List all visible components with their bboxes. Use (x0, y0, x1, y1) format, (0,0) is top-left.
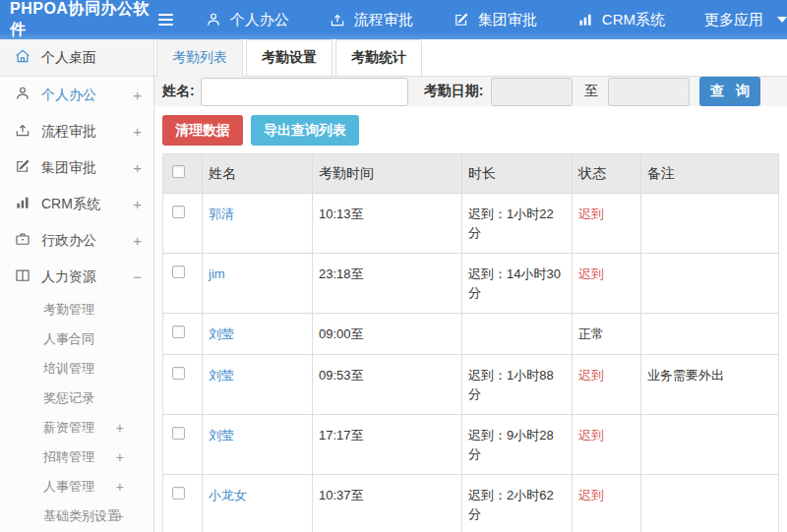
user-icon (205, 11, 222, 29)
bar-chart-icon (576, 11, 594, 29)
nav-item-group-approval[interactable]: 集团审批 (453, 11, 537, 30)
sidebar-item-personal-office[interactable]: 个人办公 + (0, 77, 153, 113)
duration-cell: 迟到：2小时62分 (462, 475, 573, 532)
employee-name-link[interactable]: 刘莹 (209, 368, 234, 383)
nav-item-more-apps[interactable]: 更多应用 (704, 11, 787, 30)
row-checkbox[interactable] (172, 266, 185, 278)
expand-plus-icon[interactable]: + (133, 232, 142, 249)
col-header-duration: 时长 (462, 154, 573, 194)
employee-name-link[interactable]: jim (209, 266, 225, 281)
sidebar-item-desktop[interactable]: 个人桌面 (0, 39, 153, 77)
sidebar-subitem-contracts[interactable]: 人事合同 (0, 325, 153, 354)
date-from-input[interactable] (491, 78, 573, 106)
subitem-label: 培训管理 (43, 361, 94, 376)
table-row: jim 23:18至 迟到：14小时30分 迟到 (163, 254, 779, 314)
attendance-time-cell: 10:13至 (313, 194, 462, 254)
attendance-time-cell: 10:37至 (313, 475, 462, 532)
caret-down-icon (777, 17, 787, 23)
status-cell: 迟到 (573, 475, 641, 532)
edit-icon (453, 11, 470, 29)
sidebar-item-admin-office[interactable]: 行政办公 + (0, 222, 153, 259)
filter-bar: 姓名: 考勤日期: 至 查 询 (154, 77, 787, 106)
nav-item-crm[interactable]: CRM系统 (576, 11, 665, 30)
attendance-time-cell: 09:00至 (313, 314, 462, 355)
app-logo: PHPOA协同办公软件 (0, 0, 158, 40)
employee-name-link[interactable]: 刘莹 (209, 428, 234, 443)
workflow-icon (329, 11, 346, 29)
sidebar-subitem-base-categories[interactable]: 基础类别设置+ (0, 502, 153, 531)
sidebar-item-group-approval[interactable]: 集团审批 + (0, 149, 153, 186)
row-checkbox[interactable] (172, 427, 185, 440)
top-header: PHPOA协同办公软件 个人办公 流程审批 集团审批 CRM系统 更多应用 (0, 0, 787, 39)
sidebar-subitem-salary[interactable]: 薪资管理+ (0, 413, 153, 443)
tab-bar: 考勤列表 考勤设置 考勤统计 (154, 39, 787, 77)
tab-attendance-list[interactable]: 考勤列表 (156, 39, 243, 77)
table-header-row: 姓名 考勤时间 时长 状态 备注 (163, 154, 779, 194)
col-header-time: 考勤时间 (313, 154, 462, 194)
status-cell: 迟到 (573, 415, 641, 475)
row-checkbox[interactable] (172, 367, 185, 380)
to-label: 至 (584, 83, 598, 100)
sidebar-subitem-recruiting[interactable]: 招聘管理+ (0, 443, 153, 472)
home-icon (14, 47, 31, 68)
sidebar-item-workflow-approval[interactable]: 流程审批 + (0, 113, 153, 149)
select-all-checkbox[interactable] (172, 165, 185, 178)
remark-cell (641, 194, 779, 254)
date-label: 考勤日期: (424, 83, 484, 100)
expand-plus-icon[interactable]: + (133, 123, 142, 140)
bar-chart-icon (14, 194, 31, 214)
expand-plus-icon[interactable]: + (116, 502, 124, 531)
sidebar: 个人桌面 个人办公 + 流程审批 + 集团审批 + CRM系统 + 行政办公 + (0, 39, 154, 532)
row-checkbox[interactable] (172, 325, 185, 338)
briefcase-icon (14, 230, 31, 251)
hamburger-menu-icon[interactable] (158, 14, 173, 26)
subitem-label: 招聘管理 (43, 449, 94, 464)
action-toolbar: 清理数据 导出查询列表 (154, 106, 787, 153)
expand-plus-icon[interactable]: + (116, 443, 124, 472)
expand-plus-icon[interactable]: + (116, 472, 124, 502)
attendance-table: 姓名 考勤时间 时长 状态 备注 郭清 10:13至 迟到：1小时22分 迟到 … (162, 153, 779, 532)
search-button[interactable]: 查 询 (699, 77, 760, 106)
expand-plus-icon[interactable]: + (116, 413, 124, 443)
export-list-button[interactable]: 导出查询列表 (251, 115, 359, 146)
tab-attendance-stats[interactable]: 考勤统计 (335, 39, 422, 77)
sidebar-subitem-training[interactable]: 培训管理 (0, 354, 153, 384)
sidebar-item-label: 个人桌面 (41, 49, 96, 67)
sidebar-item-hr[interactable]: 人力资源 − (0, 259, 153, 295)
duration-cell: 迟到：1小时88分 (462, 355, 573, 415)
duration-cell: 迟到：14小时30分 (462, 254, 573, 314)
remark-cell (641, 314, 779, 355)
remark-cell (641, 475, 779, 532)
workflow-icon (14, 121, 31, 142)
table-body: 郭清 10:13至 迟到：1小时22分 迟到 jim 23:18至 迟到：14小… (163, 194, 779, 532)
date-to-input[interactable] (608, 78, 690, 106)
status-cell: 迟到 (573, 194, 641, 254)
employee-name-link[interactable]: 刘莹 (209, 326, 234, 341)
sidebar-subitem-personnel[interactable]: 人事管理+ (0, 472, 153, 502)
row-checkbox[interactable] (172, 487, 185, 500)
table-row: 刘莹 09:53至 迟到：1小时88分 迟到 业务需要外出 (163, 355, 779, 415)
remark-cell (641, 415, 779, 475)
duration-cell (462, 314, 573, 355)
table-row: 郭清 10:13至 迟到：1小时22分 迟到 (163, 194, 779, 254)
sidebar-subitem-rewards[interactable]: 奖惩记录 (0, 384, 153, 413)
sidebar-item-crm[interactable]: CRM系统 + (0, 186, 153, 222)
edit-icon (14, 157, 31, 178)
expand-plus-icon[interactable]: + (133, 196, 142, 212)
remark-cell (641, 254, 779, 314)
collapse-minus-icon[interactable]: − (133, 268, 142, 285)
clear-data-button[interactable]: 清理数据 (162, 115, 243, 146)
tab-attendance-settings[interactable]: 考勤设置 (246, 39, 333, 77)
duration-cell: 迟到：9小时28分 (462, 415, 573, 475)
expand-plus-icon[interactable]: + (133, 159, 142, 176)
nav-label: 个人办公 (230, 11, 289, 30)
row-checkbox[interactable] (172, 206, 185, 218)
nav-item-workflow-approval[interactable]: 流程审批 (329, 11, 413, 30)
expand-plus-icon[interactable]: + (133, 87, 142, 103)
employee-name-link[interactable]: 小龙女 (209, 488, 247, 502)
name-input[interactable] (201, 78, 408, 106)
employee-name-link[interactable]: 郭清 (209, 207, 234, 221)
sidebar-subitem-attendance[interactable]: 考勤管理 (0, 295, 153, 325)
nav-item-personal-office[interactable]: 个人办公 (205, 11, 289, 30)
nav-label: 流程审批 (354, 11, 413, 30)
